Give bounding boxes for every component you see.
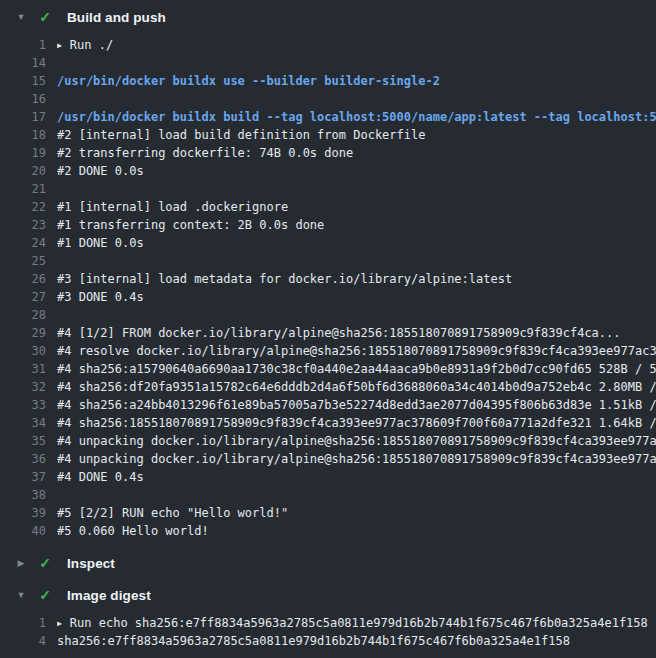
line-number[interactable]: 31: [0, 360, 46, 378]
line-number[interactable]: 36: [0, 450, 46, 468]
log-line: 28: [0, 306, 656, 324]
log-text[interactable]: ▶Run ./: [57, 36, 656, 54]
log-text: #4 sha256:a15790640a6690aa1730c38cf0a440…: [57, 360, 656, 378]
line-number[interactable]: 30: [0, 342, 46, 360]
line-number[interactable]: 27: [0, 288, 46, 306]
log-text: Using builder instance builder-single-2: [57, 54, 656, 72]
log-text: #4 resolve docker.io/library/alpine@sha2…: [57, 342, 656, 360]
log-line: 15 /usr/bin/docker buildx use --builder …: [0, 72, 656, 90]
expand-triangle-icon: ▶: [57, 615, 62, 632]
line-number[interactable]: 25: [0, 252, 46, 270]
chevron-right-icon: ▶: [10, 552, 32, 574]
line-number[interactable]: 21: [0, 180, 46, 198]
line-number[interactable]: 29: [0, 324, 46, 342]
line-number[interactable]: 37: [0, 468, 46, 486]
line-number[interactable]: 23: [0, 216, 46, 234]
chevron-down-icon: ▼: [10, 6, 32, 28]
log-line: 20 #2 DONE 0.0s: [0, 162, 656, 180]
log-line: 40 #5 0.060 Hello world!: [0, 522, 656, 540]
line-number[interactable]: 20: [0, 162, 46, 180]
line-number[interactable]: 17: [0, 108, 46, 126]
check-icon: ✓: [32, 584, 58, 606]
log-line: 23 #1 transferring context: 2B 0.0s done: [0, 216, 656, 234]
line-number[interactable]: 14: [0, 54, 46, 72]
line-number[interactable]: 18: [0, 126, 46, 144]
line-number[interactable]: 19: [0, 144, 46, 162]
log-line: 17 /usr/bin/docker buildx build --tag lo…: [0, 108, 656, 126]
line-number[interactable]: 26: [0, 270, 46, 288]
log-line: 29 #4 [1/2] FROM docker.io/library/alpin…: [0, 324, 656, 342]
line-number[interactable]: 40: [0, 522, 46, 540]
log-line: 39 #5 [2/2] RUN echo "Hello world!": [0, 504, 656, 522]
check-icon: ✓: [32, 6, 58, 28]
log-line: 1 ▶Run ./: [0, 36, 656, 54]
line-number[interactable]: 38: [0, 486, 46, 504]
log-viewer[interactable]: ▼ ✓ Build and push 1 ▶Run ./ 14 Using bu…: [0, 0, 656, 658]
log-text: #4 unpacking docker.io/library/alpine@sh…: [57, 432, 656, 450]
section-header-inspect[interactable]: ▶ ✓ Inspect: [0, 546, 656, 578]
log-line: 27 #3 DONE 0.4s: [0, 288, 656, 306]
log-line: 4 sha256:e7ff8834a5963a2785c5a0811e979d1…: [0, 632, 656, 650]
log-line: 14 Using builder instance builder-single…: [0, 54, 656, 72]
log-line: 31 #4 sha256:a15790640a6690aa1730c38cf0a…: [0, 360, 656, 378]
log-text: #1 DONE 0.0s: [57, 234, 656, 252]
log-line: 25: [0, 252, 656, 270]
log-line: 38: [0, 486, 656, 504]
line-number[interactable]: 35: [0, 432, 46, 450]
log-text: #5 0.060 Hello world!: [57, 522, 656, 540]
line-number[interactable]: 1: [0, 36, 46, 54]
step-section: ▼ ✓ Build and push 1 ▶Run ./ 14 Using bu…: [0, 0, 656, 546]
section-title: Build and push: [67, 10, 166, 25]
log-text: /usr/bin/docker buildx build --tag local…: [57, 108, 656, 126]
line-number[interactable]: 16: [0, 90, 46, 108]
log-line: 33 #4 sha256:a24bb4013296f61e89ba57005a7…: [0, 396, 656, 414]
log-text: Starting build...: [57, 90, 656, 108]
line-number[interactable]: 34: [0, 414, 46, 432]
line-number[interactable]: 28: [0, 306, 46, 324]
log-text: #5 [2/2] RUN echo "Hello world!": [57, 504, 656, 522]
line-number[interactable]: 15: [0, 72, 46, 90]
log-text: #3 DONE 0.4s: [57, 288, 656, 306]
section-header-image-digest[interactable]: ▼ ✓ Image digest: [0, 578, 656, 610]
log-text: sha256:e7ff8834a5963a2785c5a0811e979d16b…: [57, 632, 656, 650]
section-title: Inspect: [67, 556, 115, 571]
log-text: [57, 486, 656, 504]
section-title: Image digest: [67, 588, 151, 603]
log-line: 37 #4 DONE 0.4s: [0, 468, 656, 486]
log-text: [57, 306, 656, 324]
log-text[interactable]: ▶Run echo sha256:e7ff8834a5963a2785c5a08…: [57, 614, 656, 632]
log-line: 1 ▶Run echo sha256:e7ff8834a5963a2785c5a…: [0, 614, 656, 632]
log-text: #1 transferring context: 2B 0.0s done: [57, 216, 656, 234]
line-number[interactable]: 32: [0, 378, 46, 396]
log-text: [57, 252, 656, 270]
log-text: #4 sha256:a24bb4013296f61e89ba57005a7b3e…: [57, 396, 656, 414]
log-line: 21: [0, 180, 656, 198]
line-number[interactable]: 33: [0, 396, 46, 414]
log-text: #4 sha256:df20fa9351a15782c64e6dddb2d4a6…: [57, 378, 656, 396]
log-line: 30 #4 resolve docker.io/library/alpine@s…: [0, 342, 656, 360]
log-block: 1 ▶Run echo sha256:e7ff8834a5963a2785c5a…: [0, 610, 656, 656]
log-text: #4 DONE 0.4s: [57, 468, 656, 486]
line-number[interactable]: 24: [0, 234, 46, 252]
log-line: 34 #4 sha256:185518070891758909c9f839cf4…: [0, 414, 656, 432]
step-section: ▼ ✓ Image digest 1 ▶Run echo sha256:e7ff…: [0, 578, 656, 656]
line-number[interactable]: 22: [0, 198, 46, 216]
log-text: #4 [1/2] FROM docker.io/library/alpine@s…: [57, 324, 656, 342]
log-line: 16 Starting build...: [0, 90, 656, 108]
line-number[interactable]: 4: [0, 632, 46, 650]
line-number[interactable]: 39: [0, 504, 46, 522]
log-line: 19 #2 transferring dockerfile: 74B 0.0s …: [0, 144, 656, 162]
expand-triangle-icon: ▶: [57, 37, 62, 54]
log-line: 32 #4 sha256:df20fa9351a15782c64e6dddb2d…: [0, 378, 656, 396]
log-text: /usr/bin/docker buildx use --builder bui…: [57, 72, 656, 90]
log-line: 24 #1 DONE 0.0s: [0, 234, 656, 252]
log-text: #4 unpacking docker.io/library/alpine@sh…: [57, 450, 656, 468]
log-text: [57, 180, 656, 198]
log-text: #3 [internal] load metadata for docker.i…: [57, 270, 656, 288]
line-number[interactable]: 1: [0, 614, 46, 632]
log-block: 1 ▶Run ./ 14 Using builder instance buil…: [0, 32, 656, 546]
log-line: 18 #2 [internal] load build definition f…: [0, 126, 656, 144]
check-icon: ✓: [32, 552, 58, 574]
section-header-build-and-push[interactable]: ▼ ✓ Build and push: [0, 0, 656, 32]
log-text: #2 DONE 0.0s: [57, 162, 656, 180]
